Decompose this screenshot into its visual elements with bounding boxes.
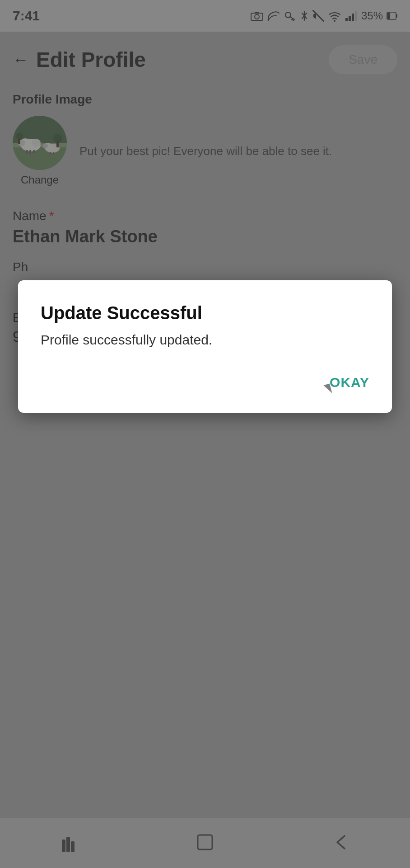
dialog-ok-button[interactable]: OKAY <box>330 370 369 395</box>
update-success-dialog: Update Successful Profile successfully u… <box>18 280 392 413</box>
dialog-title: Update Successful <box>41 303 369 323</box>
dialog-actions: OKAY <box>41 370 369 395</box>
modal-overlay <box>0 0 410 868</box>
dialog-message: Profile successfully updated. <box>41 332 369 348</box>
